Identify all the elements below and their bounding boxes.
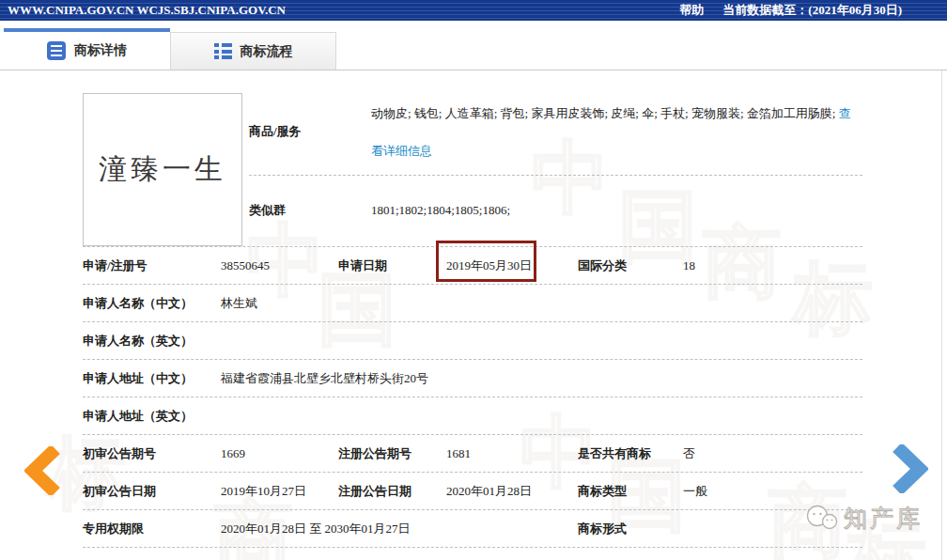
wechat-icon [804,504,840,534]
help-link[interactable]: 帮助 [679,2,704,19]
table-row: 初审公告日期2019年10月27日注册公告日期2020年01月28日商标类型一般 [83,473,862,510]
goods-services-row: 商品/服务 动物皮; 钱包; 人造革箱; 背包; 家具用皮装饰; 皮绳; 伞; … [249,93,862,176]
brand-name: 知产库 [844,503,923,534]
topbar: WWW.CNIPA.GOV.CN WCJS.SBJ.CNIPA.GOV.CN 帮… [0,0,947,21]
document-lines-icon [47,41,66,60]
field-label: 是否共有商标 [578,445,683,462]
field-label: 初审公告期号 [83,445,221,462]
tab-trademark-process[interactable]: 商标流程 [170,32,336,70]
table-row: 申请人地址（中文）福建省霞浦县北壁乡北壁村桥头街20号 [83,360,862,397]
list-icon [214,43,232,59]
field-label: 商品/服务 [249,93,371,175]
field-value: 一般 [683,483,862,500]
similar-group-row: 类似群 1801;1802;1804;1805;1806; [249,176,862,245]
table-row: 申请/注册号38550645申请日期2019年05月30日国际分类18 [83,247,862,285]
next-arrow[interactable] [893,444,928,493]
field-value: 1801;1802;1804;1805;1806; [371,203,510,218]
field-value: 2019年10月27日 [221,483,338,500]
tab-label: 商标流程 [241,43,293,60]
field-value: 2019年05月30日 [446,257,578,274]
field-value: 林生斌 [221,295,862,312]
table-row: 初审公告期号1669注册公告期号1681是否共有商标否 [83,435,862,473]
field-label: 申请人地址（英文） [83,408,221,425]
field-value: 2020年01月28日 [446,483,578,500]
field-label: 注册公告期号 [338,445,446,462]
tab-trademark-detail[interactable]: 商标详情 [4,28,170,70]
trademark-name: 潼臻一生 [99,150,226,189]
field-value: 1669 [221,446,338,461]
field-label: 初审公告日期 [83,483,221,500]
field-label: 申请日期 [338,257,446,274]
field-label: 国际分类 [578,257,683,274]
field-value: 动物皮; 钱包; 人造革箱; 背包; 家具用皮装饰; 皮绳; 伞; 手杖; 宠物… [371,93,862,175]
previous-arrow[interactable] [24,446,60,495]
field-value: 2020年01月28日 至 2030年01月27日 [221,521,578,537]
trademark-image: 潼臻一生 [83,93,242,246]
field-label: 申请人名称（英文） [83,333,221,350]
field-label: 申请人名称（中文） [83,295,221,312]
field-value: 否 [683,445,862,462]
tabbar: 商标详情 商标流程 [0,21,947,70]
trademark-summary: 潼臻一生 商品/服务 动物皮; 钱包; 人造革箱; 背包; 家具用皮装饰; 皮绳… [83,93,862,247]
field-value: 18 [683,258,862,273]
tab-label: 商标详情 [74,42,127,59]
field-label: 类似群 [249,202,371,219]
field-label: 注册公告日期 [338,483,446,500]
field-label: 商标类型 [578,483,683,500]
brand-watermark: 知产库 [804,503,923,534]
field-label: 申请/注册号 [83,257,221,274]
field-value: 福建省霞浦县北壁乡北壁村桥头街20号 [221,370,862,387]
content: 中国商标中国商标中国商标 潼臻一生 商品/服务 动物皮; 钱包; 人造革箱; 背… [0,70,947,560]
table-row: 申请人名称（中文）林生斌 [83,285,862,322]
field-value: 1681 [446,446,578,461]
table-row: 专用权期限2020年01月28日 至 2030年01月27日商标形式 [83,510,862,548]
site-urls: WWW.CNIPA.GOV.CN WCJS.SBJ.CNIPA.GOV.CN [8,3,286,18]
field-label: 商标形式 [578,521,683,537]
table-row: 申请人名称（英文） [83,322,862,360]
table-row: 申请人地址（英文） [83,397,862,435]
data-cutoff: 当前数据截至：(2021年06月30日) [722,2,902,19]
field-value: 38550645 [221,258,338,273]
goods-text: 动物皮; 钱包; 人造革箱; 背包; 家具用皮装饰; 皮绳; 伞; 手杖; 宠物… [371,106,835,120]
field-label: 专用权期限 [83,521,221,537]
content-right-border [941,70,942,560]
field-label: 申请人地址（中文） [83,370,221,387]
